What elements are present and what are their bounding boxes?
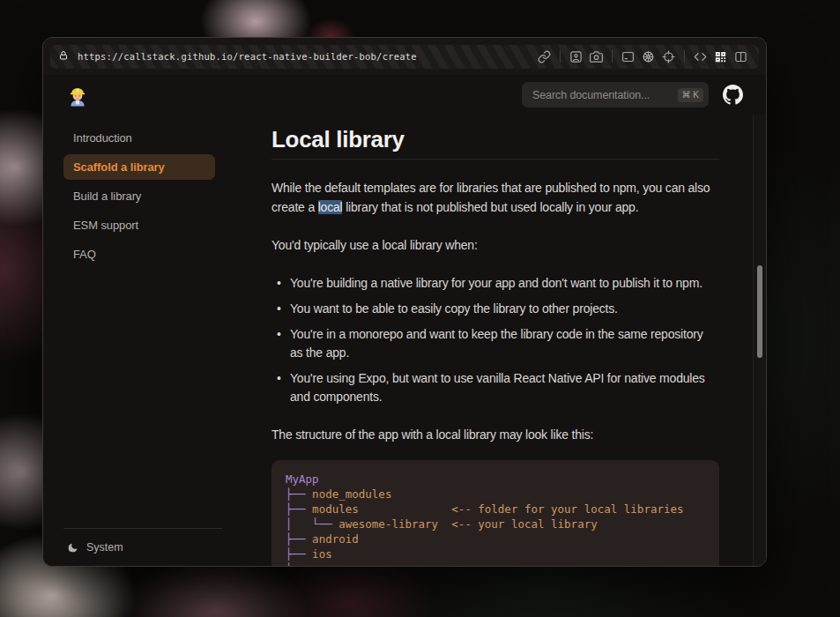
camera-icon[interactable] — [586, 47, 606, 66]
avatar-box-icon[interactable] — [566, 47, 586, 66]
link-icon[interactable] — [534, 47, 554, 66]
sidebar-divider — [63, 528, 222, 529]
scrollbar-thumb[interactable] — [757, 265, 762, 358]
code-line: ├── src — [286, 561, 705, 567]
code-line: ├── modules <-- folder for your local li… — [286, 502, 705, 517]
site-logo-worker-emoji[interactable] — [66, 84, 89, 107]
intro-line-1: While the default templates are for libr… — [271, 178, 719, 197]
browser-toolbar — [534, 47, 751, 66]
desktop: { "browser": { "url": "https://callstack… — [0, 0, 840, 617]
use-case-list: You're building a native library for you… — [271, 274, 719, 406]
toolbar-separator — [560, 50, 561, 63]
search-shortcut-badge: ⌘ K — [678, 88, 703, 102]
address-bar[interactable]: https://callstack.github.io/react-native… — [50, 45, 759, 69]
theme-toggle[interactable]: System — [63, 539, 222, 555]
code-line: ├── android — [286, 532, 705, 546]
sidebar-item-scaffold-a-library[interactable]: Scaffold a library — [63, 154, 215, 180]
structure-paragraph: The structure of the app with a local li… — [271, 425, 719, 444]
terminal-icon[interactable] — [618, 47, 638, 66]
code-icon[interactable] — [690, 47, 710, 66]
sidebar-item-introduction[interactable]: Introduction — [63, 125, 215, 151]
theme-toggle-label: System — [86, 541, 123, 554]
list-item: You want to be able to easily copy the l… — [271, 300, 719, 318]
wheel-icon[interactable] — [638, 47, 658, 66]
code-block-directory-tree: MyApp ├── node_modules ├── modules <-- f… — [271, 460, 719, 567]
toolbar-separator — [612, 50, 613, 63]
intro-paragraph: While the default templates are for libr… — [271, 178, 719, 217]
sidebar-item-faq[interactable]: FAQ — [63, 242, 215, 267]
split-view-icon[interactable] — [731, 47, 751, 66]
site-header: Search documentation... ⌘ K — [43, 75, 766, 115]
code-line: ├── ios — [286, 546, 705, 561]
search-input[interactable]: Search documentation... ⌘ K — [522, 82, 709, 108]
list-item: You're building a native library for you… — [271, 274, 719, 293]
list-item: You're using Expo, but want to use vanil… — [271, 369, 719, 406]
code-line: ├── node_modules — [286, 487, 705, 502]
search-placeholder: Search documentation... — [532, 89, 678, 101]
moon-icon — [67, 542, 78, 554]
sidebar-nav: Introduction Scaffold a library Build a … — [43, 115, 271, 566]
code-line: MyApp — [286, 472, 705, 487]
crosshair-icon[interactable] — [658, 47, 679, 66]
browser-chrome: https://callstack.github.io/react-native… — [43, 38, 766, 75]
lock-icon[interactable] — [58, 48, 69, 64]
sidebar-item-build-a-library[interactable]: Build a library — [63, 183, 215, 209]
code-line: │ └── awesome-library <-- your local lib… — [286, 517, 705, 532]
browser-window: https://callstack.github.io/react-native… — [42, 37, 767, 567]
github-link[interactable] — [723, 85, 743, 105]
main-content: Local library While the default template… — [271, 115, 766, 566]
url-text: https://callstack.github.io/react-native… — [78, 51, 534, 62]
qr-code-icon[interactable] — [710, 47, 731, 66]
sidebar-item-esm-support[interactable]: ESM support — [63, 212, 215, 238]
intro-line-2: create a local library that is not publi… — [271, 197, 719, 217]
page-body: Introduction Scaffold a library Build a … — [43, 115, 766, 566]
page-title: Local library — [271, 125, 719, 160]
toolbar-separator — [684, 50, 685, 63]
sidebar-footer: System — [63, 528, 222, 555]
selected-text: local — [318, 200, 343, 214]
when-paragraph: You'd typically use a local library when… — [271, 235, 719, 255]
list-item: You're in a monorepo and want to keep th… — [271, 325, 719, 362]
